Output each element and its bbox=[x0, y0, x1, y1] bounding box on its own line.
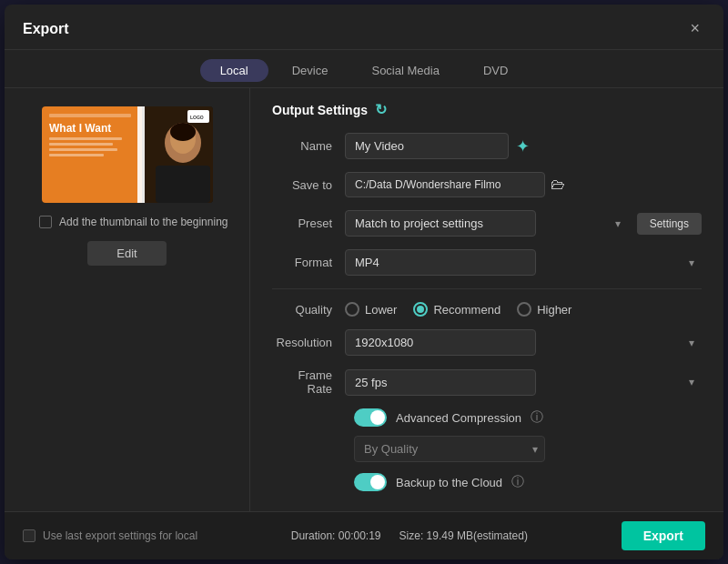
format-chevron-icon: ▾ bbox=[689, 257, 694, 269]
preset-select[interactable]: Match to project settings bbox=[345, 210, 536, 237]
format-label: Format bbox=[272, 256, 345, 269]
add-thumbnail-row: Add the thumbnail to the beginning bbox=[21, 216, 233, 228]
backup-cloud-info-icon[interactable]: ⓘ bbox=[511, 474, 524, 490]
svg-rect-9 bbox=[49, 154, 104, 156]
name-input-wrap: ✦ bbox=[345, 133, 702, 159]
quality-label: Quality bbox=[272, 303, 345, 317]
tab-social-media[interactable]: Social Media bbox=[351, 59, 459, 82]
svg-rect-13 bbox=[156, 166, 210, 203]
resolution-chevron-icon: ▾ bbox=[689, 337, 694, 349]
format-select[interactable]: MP4 bbox=[345, 249, 536, 276]
advanced-compression-toggle[interactable] bbox=[354, 408, 387, 427]
export-button[interactable]: Export bbox=[622, 521, 705, 550]
svg-text:LOGO: LOGO bbox=[190, 115, 204, 120]
footer-info: Duration: 00:00:19 Size: 19.49 MB(estima… bbox=[291, 529, 528, 542]
svg-rect-8 bbox=[49, 148, 117, 151]
duration-label: Duration: bbox=[291, 529, 336, 542]
svg-rect-3 bbox=[137, 106, 145, 203]
preset-row: Preset Match to project settings ▾ Setti… bbox=[272, 210, 702, 237]
advanced-compression-info-icon[interactable]: ⓘ bbox=[531, 409, 543, 426]
format-row: Format MP4 ▾ bbox=[272, 249, 702, 276]
add-thumbnail-label: Add the thumbnail to the beginning bbox=[59, 216, 228, 228]
by-quality-wrap: By Quality ▾ bbox=[272, 436, 702, 462]
quality-radio-group: Lower Recommend Higher bbox=[345, 302, 702, 317]
output-settings-label: Output Settings bbox=[272, 103, 368, 117]
duration-value: 00:00:19 bbox=[339, 529, 381, 542]
save-path-input[interactable] bbox=[345, 172, 545, 197]
preset-label: Preset bbox=[272, 217, 345, 230]
preset-select-wrap: Match to project settings ▾ bbox=[345, 210, 628, 237]
name-input[interactable] bbox=[345, 133, 509, 159]
refresh-icon[interactable]: ↻ bbox=[375, 101, 387, 118]
radio-higher-circle bbox=[517, 302, 531, 317]
frame-rate-row: Frame Rate 25 fps ▾ bbox=[272, 368, 702, 396]
folder-icon[interactable]: 🗁 bbox=[551, 176, 565, 193]
svg-text:What I Want: What I Want bbox=[49, 122, 111, 135]
quality-lower-label: Lower bbox=[365, 303, 397, 317]
resolution-select[interactable]: 1920x1080 bbox=[345, 329, 536, 356]
dialog-title: Export bbox=[23, 21, 69, 37]
resolution-label: Resolution bbox=[272, 336, 345, 349]
add-thumbnail-checkbox[interactable] bbox=[39, 216, 52, 228]
tab-device[interactable]: Device bbox=[272, 59, 349, 82]
backup-cloud-toggle[interactable] bbox=[354, 473, 387, 491]
size-value: 19.49 MB(estimated) bbox=[427, 529, 528, 542]
quality-higher-label: Higher bbox=[537, 303, 571, 317]
left-panel: What I Want LOGO bbox=[5, 88, 250, 511]
backup-cloud-wrap: Backup to the Cloud ⓘ bbox=[272, 473, 702, 491]
svg-rect-7 bbox=[49, 143, 113, 146]
output-settings-header: Output Settings ↻ bbox=[272, 101, 702, 118]
quality-recommend[interactable]: Recommend bbox=[413, 302, 500, 317]
quality-row: Quality Lower Recommend Higher bbox=[272, 302, 702, 317]
by-quality-select-wrap: By Quality ▾ bbox=[354, 436, 545, 462]
svg-rect-6 bbox=[49, 137, 122, 140]
preset-controls: Match to project settings ▾ Settings bbox=[345, 210, 702, 237]
edit-button[interactable]: Edit bbox=[87, 241, 166, 266]
quality-recommend-label: Recommend bbox=[433, 303, 500, 317]
use-last-label: Use last export settings for local bbox=[43, 529, 197, 542]
quality-higher[interactable]: Higher bbox=[517, 302, 571, 317]
advanced-compression-label: Advanced Compression bbox=[396, 411, 521, 425]
close-button[interactable]: × bbox=[684, 17, 705, 40]
advanced-compression-row: Advanced Compression ⓘ bbox=[272, 408, 702, 427]
use-last-checkbox[interactable] bbox=[23, 529, 35, 542]
backup-cloud-row: Backup to the Cloud ⓘ bbox=[272, 473, 702, 491]
tab-local[interactable]: Local bbox=[200, 59, 268, 82]
svg-point-12 bbox=[170, 123, 196, 141]
svg-rect-4 bbox=[49, 114, 131, 117]
radio-recommend-circle bbox=[413, 302, 428, 317]
tab-dvd[interactable]: DVD bbox=[463, 59, 528, 82]
path-input-wrap: 🗁 bbox=[345, 172, 702, 197]
backup-cloud-label: Backup to the Cloud bbox=[396, 476, 502, 489]
dialog-body: What I Want LOGO bbox=[5, 88, 723, 511]
footer-left: Use last export settings for local bbox=[23, 529, 197, 542]
thumbnail-preview: What I Want LOGO bbox=[42, 106, 213, 203]
settings-button[interactable]: Settings bbox=[637, 213, 702, 235]
name-row: Name ✦ bbox=[272, 133, 702, 159]
frame-rate-chevron-icon: ▾ bbox=[689, 376, 694, 388]
name-label: Name bbox=[272, 139, 345, 153]
frame-rate-select-wrap: 25 fps ▾ bbox=[345, 369, 702, 396]
divider bbox=[272, 288, 702, 289]
ai-icon[interactable]: ✦ bbox=[516, 136, 530, 156]
preset-chevron-icon: ▾ bbox=[615, 217, 621, 230]
format-select-wrap: MP4 ▾ bbox=[345, 249, 702, 276]
by-quality-select[interactable]: By Quality bbox=[354, 436, 545, 462]
size-label: Size: bbox=[399, 529, 424, 542]
save-to-label: Save to bbox=[272, 178, 345, 192]
quality-lower[interactable]: Lower bbox=[345, 302, 397, 317]
resolution-row: Resolution 1920x1080 ▾ bbox=[272, 329, 702, 356]
radio-lower-circle bbox=[345, 302, 359, 317]
size-info: Size: 19.49 MB(estimated) bbox=[399, 529, 528, 542]
advanced-compression-wrap: Advanced Compression ⓘ bbox=[272, 408, 702, 427]
dialog-header: Export × bbox=[5, 5, 723, 50]
frame-rate-label: Frame Rate bbox=[272, 368, 345, 396]
export-dialog: Export × Local Device Social Media DVD bbox=[5, 5, 723, 559]
duration-info: Duration: 00:00:19 bbox=[291, 529, 381, 542]
frame-rate-select[interactable]: 25 fps bbox=[345, 369, 536, 396]
save-to-row: Save to 🗁 bbox=[272, 172, 702, 197]
resolution-select-wrap: 1920x1080 ▾ bbox=[345, 329, 702, 356]
dialog-footer: Use last export settings for local Durat… bbox=[5, 511, 723, 559]
right-panel: Output Settings ↻ Name ✦ Save to 🗁 bbox=[250, 88, 723, 511]
tabs-row: Local Device Social Media DVD bbox=[5, 50, 723, 88]
